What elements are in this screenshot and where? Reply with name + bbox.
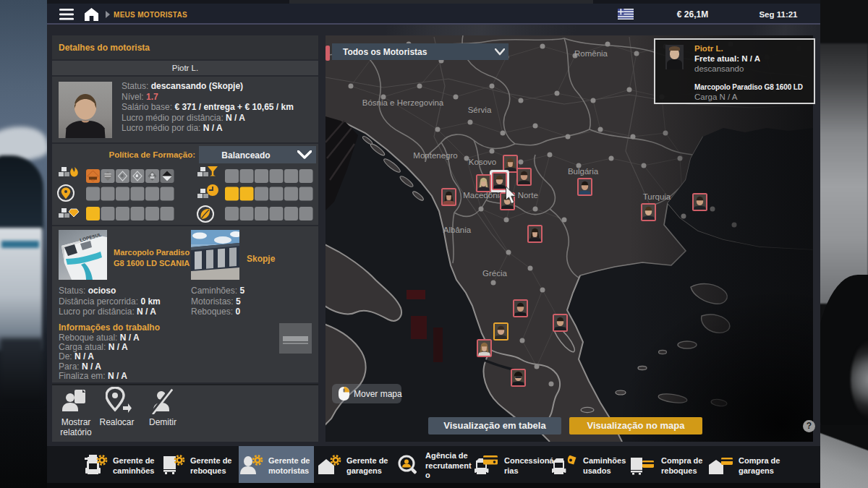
svg-text:Romênia: Romênia <box>574 49 608 58</box>
svg-text:Bulgária: Bulgária <box>568 167 599 176</box>
svg-text:Sérvia: Sérvia <box>468 106 492 114</box>
svg-text:Albânia: Albânia <box>443 226 472 234</box>
svg-text:Bósnia e Herzegovina: Bósnia e Herzegovina <box>362 98 444 107</box>
svg-text:Grécia: Grécia <box>482 269 507 278</box>
svg-text:Montenegro: Montenegro <box>413 151 457 160</box>
svg-text:Kosovo: Kosovo <box>469 158 496 166</box>
svg-text:Turquia: Turquia <box>643 192 671 201</box>
